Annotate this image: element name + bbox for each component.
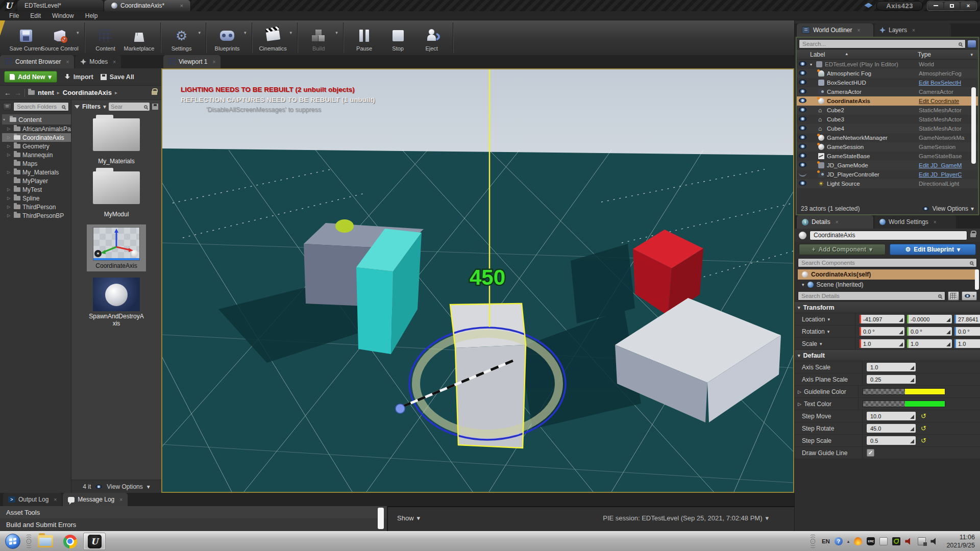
menu-file[interactable]: File <box>4 12 24 19</box>
content-button[interactable]: Content <box>89 28 122 53</box>
outliner-row[interactable]: JD_GameMode Edit JD_GameM <box>797 161 978 170</box>
asset-folder-my-materials[interactable]: My_Materials <box>87 118 146 165</box>
epic-games-tray-icon[interactable]: EPIC <box>867 537 875 545</box>
menu-edit[interactable]: Edit <box>25 12 46 19</box>
edit-blueprint-link[interactable]: Edit JD_GameM <box>919 162 978 168</box>
tree-item[interactable]: ▷ThirdPerson <box>2 203 71 211</box>
component-row-scene[interactable]: ▾ Scene (Inherited) <box>798 280 977 290</box>
lock-icon[interactable] <box>970 233 976 237</box>
scale-y-field[interactable]: 1.0 <box>907 339 952 348</box>
sphere-mesh[interactable] <box>335 219 354 233</box>
tab-world-outliner[interactable]: World Outliner × <box>797 23 873 37</box>
drag-handle[interactable] <box>396 404 405 413</box>
tree-item[interactable]: ▷MyPlayer <box>2 177 71 185</box>
visibility-eye-icon[interactable] <box>799 107 806 112</box>
view-options-button[interactable]: View Options <box>932 205 968 212</box>
close-button[interactable]: × <box>961 2 976 10</box>
location-label[interactable]: Location <box>802 316 825 323</box>
menu-window[interactable]: Window <box>47 12 79 19</box>
tree-item[interactable]: ▷Maps <box>2 159 71 168</box>
close-icon[interactable]: × <box>857 28 860 33</box>
chevron-down-icon[interactable]: ▾ <box>103 103 106 110</box>
outliner-row[interactable]: CameraActor CameraActor <box>797 87 978 96</box>
close-icon[interactable]: × <box>212 59 215 65</box>
build-button[interactable]: Build <box>302 28 335 53</box>
edit-blueprint-link[interactable]: Edit BoxSelectH <box>919 80 978 86</box>
asset-coordinateaxis[interactable]: ✶ CoordinateAxis <box>87 224 146 272</box>
property-matrix-button[interactable] <box>948 291 959 300</box>
edit-blueprint-button[interactable]: ⚙ Edit Blueprint ▾ <box>890 244 976 255</box>
outliner-row[interactable]: ☀ Light Source DirectionalLight <box>797 179 978 188</box>
visibility-eye-icon[interactable] <box>799 126 806 131</box>
audio-device-tray-icon[interactable] <box>905 537 913 545</box>
display-filter-button[interactable]: ▾ <box>962 291 977 300</box>
default-section-header[interactable]: ▾ Default <box>795 350 980 361</box>
close-icon[interactable]: × <box>66 59 69 65</box>
add-new-button[interactable]: Add New ▾ <box>4 71 57 83</box>
filters-button[interactable]: Filters <box>82 103 101 110</box>
scale-label[interactable]: Scale <box>802 340 817 347</box>
guideline-color-swatch[interactable] <box>863 388 945 395</box>
source-control-button[interactable]: Source Control <box>43 28 77 53</box>
taskbar-explorer-button[interactable] <box>34 533 57 550</box>
visibility-eye-icon[interactable] <box>799 80 806 85</box>
axis-plane-scale-field[interactable]: 0.25 <box>867 375 916 384</box>
log-category-asset-tools[interactable]: Asset Tools <box>0 506 387 518</box>
taskbar-clock[interactable]: 11:06 2021/9/25 <box>943 533 975 550</box>
nvidia-tray-icon[interactable] <box>892 537 900 545</box>
location-z-field[interactable]: 27.8641 <box>954 315 980 323</box>
tab-output-log[interactable]: > Output Log × <box>3 493 62 506</box>
reset-icon[interactable]: ↺ <box>921 412 926 420</box>
actor-name-field[interactable] <box>810 231 967 240</box>
create-layer-icon[interactable] <box>968 40 976 47</box>
close-icon[interactable]: × <box>119 497 122 503</box>
language-indicator[interactable]: EN <box>822 538 830 544</box>
outliner-row[interactable]: ⌂ Cube4 StaticMeshActor <box>797 124 978 133</box>
location-y-field[interactable]: -0.0000 <box>907 315 952 323</box>
save-search-icon[interactable] <box>152 104 158 110</box>
rotation-label[interactable]: Rotation <box>802 328 825 335</box>
show-filter-dropdown[interactable]: Show ▾ <box>397 514 420 522</box>
start-button[interactable] <box>5 534 20 549</box>
type-column-header[interactable]: Type <box>918 51 931 58</box>
tab-details[interactable]: i Details × <box>797 215 873 229</box>
outliner-row[interactable]: ⌂ Cube2 StaticMeshActor <box>797 106 978 115</box>
volume-tray-icon[interactable] <box>930 537 939 545</box>
tab-content-browser[interactable]: Content Browser × <box>0 55 74 68</box>
reset-icon[interactable]: ↺ <box>921 424 926 432</box>
stop-button[interactable]: Stop <box>381 28 415 53</box>
component-row-self[interactable]: CoordinateAxis(self) <box>798 269 977 280</box>
chevron-down-icon[interactable]: ▾ <box>970 52 973 57</box>
outliner-row[interactable]: BoxSelectHUD Edit BoxSelectH <box>797 78 978 87</box>
help-tray-icon[interactable]: ? <box>835 537 843 545</box>
add-component-button[interactable]: + Add Component ▾ <box>799 244 886 255</box>
close-icon[interactable]: × <box>836 219 839 225</box>
visibility-eye-icon[interactable] <box>799 162 806 167</box>
pie-session-dropdown[interactable]: PIE session: EDTestLevel (Sep 25, 2021, … <box>603 514 769 522</box>
visibility-eye-icon[interactable] <box>799 89 806 94</box>
marketplace-button[interactable]: Marketplace <box>122 28 156 53</box>
log-scrollbar[interactable] <box>378 508 384 529</box>
close-icon[interactable]: × <box>934 219 937 225</box>
chevron-down-icon[interactable]: ▾ <box>971 205 974 212</box>
visibility-eye-icon[interactable] <box>799 135 806 140</box>
outliner-row[interactable]: ▾ EDTestLevel (Play In Editor) World <box>797 60 978 69</box>
tree-item[interactable]: ▷Mannequin <box>2 151 71 159</box>
eject-button[interactable]: Eject <box>415 28 449 53</box>
edit-blueprint-link[interactable]: Edit Coordinate <box>919 98 978 104</box>
tree-item[interactable]: ▷ThirdPersonBP <box>2 211 71 220</box>
close-icon[interactable]: × <box>54 497 57 503</box>
outliner-row[interactable]: JD_PlayerController Edit JD_PlayerC <box>797 170 978 179</box>
tree-item[interactable]: ▷Geometry <box>2 142 71 151</box>
tab-world-settings[interactable]: World Settings × <box>874 215 956 229</box>
view-options-button[interactable]: View Options <box>107 483 142 490</box>
step-scale-field[interactable]: 0.5 <box>867 436 916 445</box>
outliner-row[interactable]: GameStateBase GameStateBase <box>797 152 978 161</box>
tree-item-selected[interactable]: ▷CoordinateAxis <box>2 133 71 142</box>
tree-item-content[interactable]: ▾ Content <box>2 114 71 124</box>
search-assets-input[interactable]: Sear <box>109 103 150 111</box>
breadcrumb-root[interactable]: ntent <box>38 89 54 96</box>
visibility-eye-icon[interactable] <box>799 116 806 121</box>
save-current-button[interactable]: Save Current <box>9 28 43 53</box>
chevron-down-icon[interactable]: ▾ <box>827 317 830 322</box>
